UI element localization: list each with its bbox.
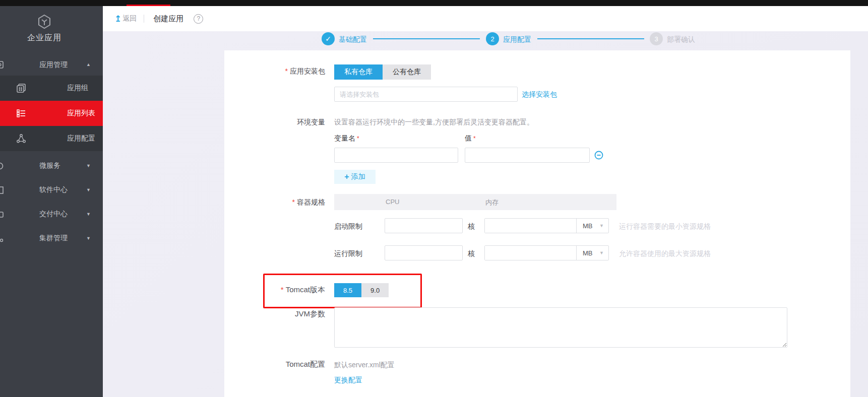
field-label-env: 环境变量 bbox=[224, 118, 325, 127]
toolbar: ↥ 返回 创建应用 ? bbox=[103, 6, 868, 31]
app-config-icon bbox=[16, 133, 27, 144]
spec-row-label-running: 运行限制 bbox=[334, 249, 362, 258]
field-label-tomcat-config: Tomcat配置 bbox=[224, 360, 325, 369]
main-content-area: ✓ 基础配置 2 应用配置 3 部署确认 *应用安装包 私有仓库 公有仓库 选择… bbox=[103, 31, 868, 397]
chevron-down-icon: ▼ bbox=[599, 250, 604, 255]
microservices-icon bbox=[0, 162, 4, 170]
running-mem-unit-select[interactable]: MB ▼ bbox=[576, 246, 608, 260]
top-black-bar bbox=[0, 0, 868, 6]
env-name-column-label: 变量名* bbox=[334, 134, 359, 143]
sidebar: 企业应用 应用管理 ▲ 应用组 应用列表 bbox=[0, 6, 103, 397]
env-value-column-label: 值* bbox=[465, 134, 476, 143]
running-cpu-input[interactable] bbox=[385, 245, 463, 260]
remove-env-row-icon[interactable] bbox=[594, 151, 603, 160]
field-label-jvm: JVM参数 bbox=[224, 309, 325, 319]
check-icon: ✓ bbox=[325, 35, 331, 43]
required-asterisk: * bbox=[285, 67, 288, 75]
app-title: 企业应用 bbox=[0, 33, 89, 43]
stepper-line-2 bbox=[537, 38, 644, 39]
spec-table-header: CPU 内存 bbox=[334, 194, 616, 210]
chevron-down-icon: ▼ bbox=[599, 223, 604, 228]
app-list-icon bbox=[16, 108, 27, 119]
active-tab-red-indicator bbox=[127, 5, 170, 6]
field-label-package: *应用安装包 bbox=[224, 67, 325, 76]
sidebar-item-label: 应用列表 bbox=[67, 109, 95, 118]
running-mem-input[interactable] bbox=[485, 246, 576, 260]
spec-col-cpu: CPU bbox=[386, 198, 399, 206]
tomcat-config-current: 默认server.xml配置 bbox=[334, 361, 395, 370]
required-asterisk: * bbox=[281, 285, 284, 294]
env-hint: 设置容器运行环境中的一些变量,方便部署后灵活变更容器配置。 bbox=[334, 118, 534, 127]
sidebar-item-app-list[interactable]: 应用列表 bbox=[0, 101, 103, 126]
chevron-down-icon: ▼ bbox=[86, 236, 91, 241]
sidebar-item-label: 集群管理 bbox=[39, 234, 68, 243]
sidebar-item-label: 应用配置 bbox=[67, 134, 95, 143]
chevron-down-icon: ▼ bbox=[86, 164, 91, 168]
repo-tab-group: 私有仓库 公有仓库 bbox=[334, 64, 431, 80]
sidebar-item-microservices[interactable]: 微服务 ▼ bbox=[0, 154, 103, 178]
chevron-up-icon: ▲ bbox=[86, 62, 91, 67]
startup-mem-input[interactable] bbox=[485, 219, 576, 233]
required-asterisk: * bbox=[357, 135, 359, 142]
sidebar-item-label: 交付中心 bbox=[39, 210, 68, 219]
delivery-center-icon bbox=[0, 210, 4, 219]
app-group-icon bbox=[16, 83, 27, 94]
spec-col-memory: 内存 bbox=[485, 198, 499, 207]
sidebar-item-cluster-management[interactable]: 集群管理 ▼ bbox=[0, 226, 103, 250]
running-mem-group: MB ▼ bbox=[484, 245, 609, 260]
back-label: 返回 bbox=[122, 14, 137, 23]
chevron-down-icon: ▼ bbox=[86, 212, 91, 217]
field-label-spec: *容器规格 bbox=[224, 198, 325, 207]
env-value-input[interactable] bbox=[465, 148, 590, 163]
required-asterisk: * bbox=[292, 198, 295, 206]
chevron-down-icon: ▼ bbox=[86, 188, 91, 192]
step-2-label: 应用配置 bbox=[503, 35, 531, 44]
spec-row-label-startup: 启动限制 bbox=[334, 222, 362, 231]
app-management-icon bbox=[0, 60, 4, 69]
wizard-stepper: ✓ 基础配置 2 应用配置 3 部署确认 bbox=[103, 31, 868, 50]
cluster-management-icon bbox=[0, 234, 4, 243]
running-cpu-unit: 核 bbox=[468, 249, 475, 258]
sidebar-item-delivery-center[interactable]: 交付中心 ▼ bbox=[0, 202, 103, 226]
step-3-circle: 3 bbox=[650, 32, 663, 45]
software-center-icon bbox=[0, 186, 4, 194]
tomcat-version-8-5[interactable]: 8.5 bbox=[334, 283, 361, 297]
step-3-label: 部署确认 bbox=[667, 35, 695, 44]
sidebar-item-app-config[interactable]: 应用配置 bbox=[0, 126, 103, 151]
toolbar-divider bbox=[144, 15, 144, 23]
sidebar-item-label: 应用管理 bbox=[39, 60, 68, 70]
startup-cpu-unit: 核 bbox=[468, 222, 475, 231]
field-label-tomcat-version: *Tomcat版本 bbox=[224, 285, 325, 295]
tomcat-version-9-0[interactable]: 9.0 bbox=[361, 283, 389, 297]
back-button[interactable]: ↥ 返回 bbox=[114, 14, 137, 23]
tomcat-version-toggle: 8.5 9.0 bbox=[334, 283, 389, 297]
env-name-input[interactable] bbox=[334, 148, 458, 163]
plus-icon: + bbox=[344, 172, 349, 181]
package-input[interactable] bbox=[334, 87, 518, 102]
startup-hint: 运行容器需要的最小资源规格 bbox=[619, 222, 711, 231]
form-panel: *应用安装包 私有仓库 公有仓库 选择安装包 环境变量 设置容器运行环境中的一些… bbox=[224, 50, 850, 397]
sidebar-item-app-management[interactable]: 应用管理 ▲ bbox=[0, 54, 103, 76]
step-1-circle: ✓ bbox=[322, 32, 335, 45]
startup-cpu-input[interactable] bbox=[385, 218, 463, 233]
stepper-line-1 bbox=[373, 38, 480, 39]
step-2-circle: 2 bbox=[486, 32, 499, 45]
tab-public-repo[interactable]: 公有仓库 bbox=[383, 64, 431, 80]
sidebar-item-label: 微服务 bbox=[39, 161, 60, 170]
startup-mem-unit-select[interactable]: MB ▼ bbox=[576, 219, 608, 233]
add-env-button[interactable]: + 添加 bbox=[334, 170, 376, 184]
select-package-link[interactable]: 选择安装包 bbox=[522, 90, 557, 99]
tab-private-repo[interactable]: 私有仓库 bbox=[334, 64, 383, 80]
required-asterisk: * bbox=[473, 135, 476, 142]
back-arrow-icon: ↥ bbox=[114, 15, 121, 23]
sidebar-item-software-center[interactable]: 软件中心 ▼ bbox=[0, 178, 103, 202]
help-icon[interactable]: ? bbox=[194, 14, 203, 24]
sidebar-header: 企业应用 bbox=[0, 6, 89, 43]
sidebar-item-app-group[interactable]: 应用组 bbox=[0, 76, 103, 101]
app-logo-icon bbox=[36, 14, 52, 30]
step-1-label: 基础配置 bbox=[339, 35, 367, 44]
change-config-link[interactable]: 更换配置 bbox=[334, 376, 362, 385]
sidebar-item-label: 应用组 bbox=[67, 84, 88, 93]
jvm-params-textarea[interactable] bbox=[334, 307, 787, 348]
sidebar-item-label: 软件中心 bbox=[39, 185, 68, 194]
